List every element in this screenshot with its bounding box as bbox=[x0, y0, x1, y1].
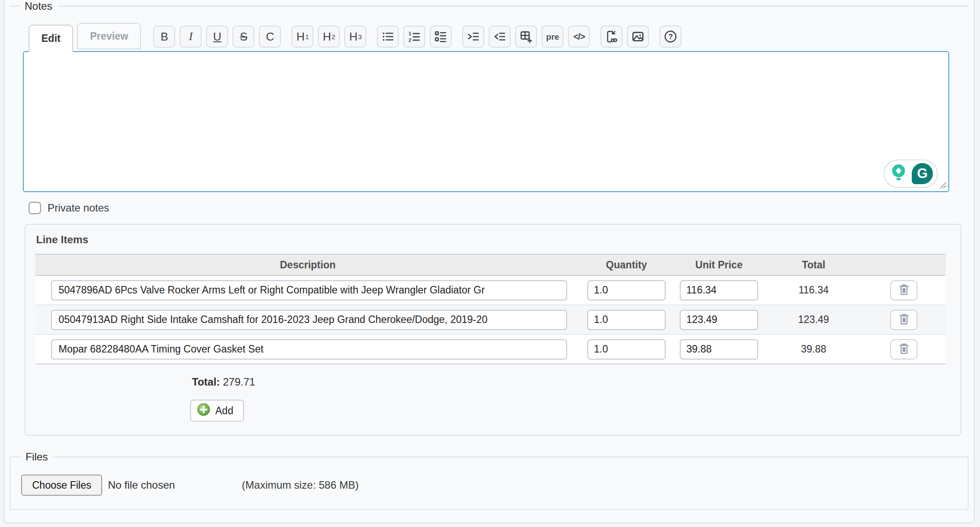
delete-row-button[interactable] bbox=[890, 339, 917, 360]
row-total-value: 116.34 bbox=[765, 284, 862, 296]
trash-icon bbox=[898, 342, 910, 356]
column-header-unit-price: Unit Price bbox=[673, 259, 765, 271]
code-block-button[interactable]: </> bbox=[568, 26, 590, 48]
row-total-value: 123.49 bbox=[765, 314, 862, 326]
column-header-quantity: Quantity bbox=[580, 259, 673, 271]
files-fieldset: Files Choose Files No file chosen (Maxim… bbox=[10, 451, 969, 510]
notes-editor-area: G bbox=[23, 51, 949, 192]
toolbar-group-help: ? bbox=[659, 26, 682, 48]
indent-button[interactable] bbox=[462, 26, 484, 48]
add-plus-icon bbox=[197, 403, 210, 419]
tab-preview-label: Preview bbox=[90, 30, 128, 42]
description-input[interactable] bbox=[51, 280, 567, 301]
preformatted-button[interactable]: pre bbox=[542, 26, 564, 48]
editor-toolbar-row: Edit Preview B I U S C H1 H2 H3 bbox=[29, 23, 969, 51]
add-line-item-button[interactable]: Add bbox=[190, 400, 244, 422]
ordered-list-button[interactable]: 12 bbox=[403, 26, 425, 48]
underline-button[interactable]: U bbox=[206, 26, 228, 48]
line-items-header-row: Description Quantity Unit Price Total bbox=[35, 254, 946, 276]
total-label: Total: bbox=[192, 376, 220, 388]
toolbar-group-blocks: pre </> bbox=[462, 26, 590, 48]
indent-icon bbox=[467, 30, 480, 43]
heading-1-button[interactable]: H1 bbox=[291, 26, 313, 48]
delete-row-button[interactable] bbox=[890, 280, 917, 301]
add-button-label: Add bbox=[215, 405, 233, 417]
insert-table-icon bbox=[519, 30, 533, 43]
insert-table-button[interactable] bbox=[515, 26, 537, 48]
italic-button[interactable]: I bbox=[180, 26, 202, 48]
delete-row-button[interactable] bbox=[890, 310, 917, 330]
notes-fieldset: Notes Edit Preview B I U S C H1 H2 bbox=[10, 0, 969, 224]
image-icon bbox=[631, 30, 645, 43]
line-item-row: 123.49 bbox=[35, 305, 946, 335]
strikethrough-button[interactable]: S bbox=[232, 26, 254, 48]
unordered-list-button[interactable] bbox=[377, 26, 399, 48]
insert-image-button[interactable] bbox=[627, 26, 649, 48]
grammarly-suggestion-icon bbox=[888, 162, 909, 185]
svg-text:1: 1 bbox=[409, 31, 411, 36]
heading-2-button[interactable]: H2 bbox=[318, 26, 340, 48]
total-value: 279.71 bbox=[223, 376, 255, 388]
task-list-button[interactable] bbox=[430, 26, 452, 48]
form-container: Notes Edit Preview B I U S C H1 H2 bbox=[4, 0, 975, 523]
private-notes-label: Private notes bbox=[48, 202, 109, 214]
markdown-toolbar: B I U S C H1 H2 H3 12 bbox=[153, 26, 692, 48]
toolbar-group-headings: H1 H2 H3 bbox=[291, 26, 366, 48]
private-notes-row: Private notes bbox=[29, 202, 969, 214]
tab-preview[interactable]: Preview bbox=[77, 23, 141, 49]
quantity-input[interactable] bbox=[587, 339, 666, 360]
heading-3-button[interactable]: H3 bbox=[344, 26, 366, 48]
line-item-row: 116.34 bbox=[35, 276, 946, 305]
toolbar-group-lists: 12 bbox=[377, 26, 452, 48]
document-link-icon bbox=[605, 30, 618, 43]
outdent-icon bbox=[493, 30, 506, 43]
max-size-text: (Maximum size: 586 MB) bbox=[242, 479, 358, 491]
description-input[interactable] bbox=[51, 339, 567, 360]
tab-edit[interactable]: Edit bbox=[29, 25, 73, 52]
tab-edit-label: Edit bbox=[41, 33, 60, 45]
choose-files-button[interactable]: Choose Files bbox=[21, 475, 102, 496]
document-link-button[interactable] bbox=[601, 26, 623, 48]
resize-handle-icon[interactable] bbox=[939, 181, 947, 191]
trash-icon bbox=[898, 313, 910, 327]
file-upload-row: Choose Files No file chosen (Maximum siz… bbox=[21, 475, 968, 496]
files-legend: Files bbox=[20, 451, 53, 463]
description-input[interactable] bbox=[51, 310, 567, 330]
unit-price-input[interactable] bbox=[680, 280, 758, 301]
unit-price-input[interactable] bbox=[680, 310, 758, 330]
help-icon: ? bbox=[663, 30, 678, 44]
quantity-input[interactable] bbox=[587, 310, 666, 330]
row-total-value: 39.88 bbox=[765, 343, 862, 355]
grammarly-widget[interactable]: G bbox=[884, 160, 938, 188]
column-header-total: Total bbox=[765, 259, 862, 271]
inline-code-button[interactable]: C bbox=[259, 26, 281, 48]
task-list-icon bbox=[434, 30, 447, 43]
toolbar-group-format: B I U S C bbox=[153, 26, 281, 48]
line-items-table: Description Quantity Unit Price Total 11… bbox=[35, 254, 946, 364]
unit-price-input[interactable] bbox=[680, 339, 758, 360]
private-notes-checkbox[interactable] bbox=[29, 202, 41, 214]
no-file-chosen-text: No file chosen bbox=[108, 479, 175, 491]
trash-icon bbox=[898, 283, 910, 297]
notes-textarea[interactable] bbox=[23, 51, 949, 192]
toolbar-group-insert bbox=[601, 26, 649, 48]
outdent-button[interactable] bbox=[489, 26, 511, 48]
unordered-list-icon bbox=[381, 30, 394, 43]
line-items-panel: Line Items Description Quantity Unit Pri… bbox=[25, 224, 962, 436]
line-items-total: Total: 279.71 bbox=[192, 376, 951, 388]
quantity-input[interactable] bbox=[587, 280, 666, 301]
svg-text:?: ? bbox=[668, 33, 673, 41]
line-items-title: Line Items bbox=[36, 234, 951, 246]
line-item-row: 39.88 bbox=[35, 335, 946, 364]
help-button[interactable]: ? bbox=[659, 26, 682, 48]
notes-legend: Notes bbox=[19, 0, 58, 12]
bold-button[interactable]: B bbox=[153, 26, 175, 48]
column-header-description: Description bbox=[35, 259, 580, 271]
ordered-list-icon: 12 bbox=[408, 30, 421, 43]
grammarly-logo-icon: G bbox=[912, 163, 933, 184]
svg-text:2: 2 bbox=[409, 37, 411, 43]
